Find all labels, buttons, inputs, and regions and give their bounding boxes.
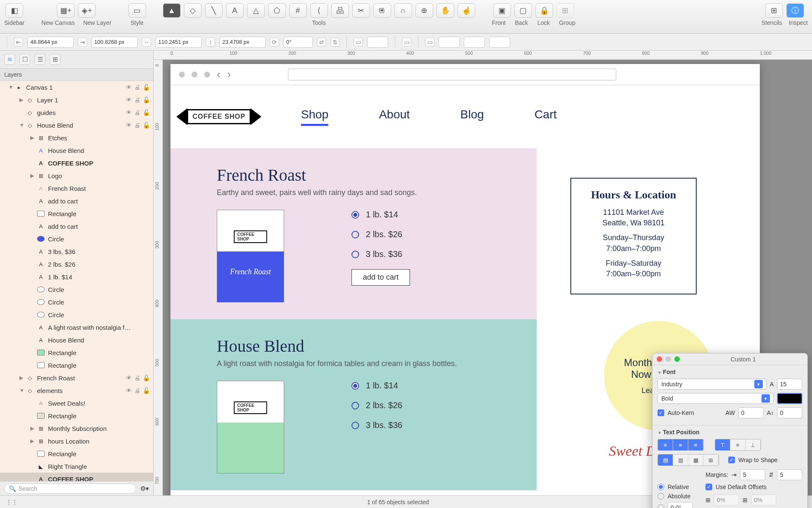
tool-select[interactable]: ▲ [163,3,181,18]
print-icon[interactable]: 🖨 [134,387,140,394]
absolute-radio[interactable] [658,493,664,500]
shadow-select[interactable] [439,37,460,48]
layer-row[interactable]: ASweet Deals! [0,397,153,409]
lock-button[interactable]: 🔒 [535,3,553,18]
tool-grid[interactable]: # [289,3,307,18]
valign-top-icon[interactable]: ⊤ [715,439,730,450]
font-family-select[interactable]: Industry▾ [658,379,767,390]
layer-row[interactable]: A3 lbs. $36 [0,245,153,258]
print-icon[interactable]: 🖨 [134,109,140,116]
relative-radio[interactable] [658,484,664,490]
lock-icon[interactable]: 🔓 [143,109,150,116]
close-icon[interactable] [657,356,662,362]
layer-row[interactable]: ACOFFEE SHOP [0,473,153,481]
disclosure-icon[interactable]: ▶ [30,425,36,431]
stencils-button[interactable]: ⊞ [765,3,783,18]
wrap-segment[interactable]: ▤ ▥ ▦ ⊞ [658,454,719,466]
w-input[interactable]: 110.2451 px [155,37,202,48]
layer-actions[interactable]: 👁🖨🔓 [126,374,150,381]
visibility-icon[interactable]: 👁 [126,374,132,381]
front-button[interactable]: ▣ [493,3,511,18]
disclosure-icon[interactable]: ▼ [19,122,25,128]
lock-icon[interactable]: 🔓 [143,96,150,103]
disclosure-icon[interactable]: ▶ [30,438,36,444]
font-section-head[interactable]: Font [658,369,802,375]
layer-row[interactable]: AFrench Roast [0,182,153,195]
new-layer-button[interactable]: ◈+ [78,3,96,18]
align-center-icon[interactable]: ≡ [673,439,688,450]
minimize-icon[interactable] [666,356,671,362]
margin-h-input[interactable]: 5 [740,469,765,480]
stroke-icon[interactable]: ▭ [402,37,411,47]
disclosure-icon[interactable]: ▶ [19,97,25,103]
layer-row[interactable]: AHouse Blend [0,144,153,157]
kern-input[interactable]: 0 [738,407,764,418]
visibility-icon[interactable]: 👁 [126,122,132,128]
lock-icon[interactable]: 🔓 [143,84,150,91]
angle-radio[interactable] [658,504,664,508]
offset-x-input[interactable]: 0% [714,495,739,505]
disclosure-icon[interactable]: ▶ [30,173,36,179]
wrap-c-icon[interactable]: ▦ [688,455,703,465]
tab-grid-icon[interactable]: ⊞ [50,54,61,65]
tool-text[interactable]: A [226,3,244,18]
layer-row[interactable]: Aadd to cart [0,195,153,207]
layer-row[interactable]: Rectangle [0,207,153,220]
tab-list-icon[interactable]: ☰ [35,54,45,65]
print-icon[interactable]: 🖨 [134,96,140,103]
valign-bot-icon[interactable]: ⊥ [745,439,761,450]
layer-row[interactable]: A1 lb. $14 [0,270,153,283]
rotation-input[interactable]: 0° [283,37,313,48]
layer-row[interactable]: Circle [0,308,153,321]
style-button[interactable]: ▭ [128,3,146,18]
align-right-icon[interactable]: ≡ [688,439,703,450]
canvas-grip-icon[interactable]: ⋮⋮ [6,499,18,505]
print-icon[interactable]: 🖨 [134,122,140,128]
layer-row[interactable]: ▼◇elements👁🖨🔓 [0,384,153,397]
tool-b[interactable]: 品 [331,3,349,18]
layer-row[interactable]: Circle [0,283,153,296]
layer-row[interactable]: Rectangle [0,359,153,372]
zoom-icon[interactable] [674,356,680,362]
disclosure-icon[interactable]: ▼ [8,84,14,90]
layer-row[interactable]: AA light roast with nostalgia f… [0,321,153,334]
shape-select[interactable] [464,37,485,48]
wrap-b-icon[interactable]: ▥ [673,455,688,465]
tool-d[interactable]: ֎ [373,3,391,18]
fill-select[interactable] [367,37,388,48]
layer-row[interactable]: Aadd to cart [0,220,153,233]
new-canvas-button[interactable]: ▦+ [57,3,75,18]
h-input[interactable]: 23.4708 px [219,37,266,48]
sidebar-gear-icon[interactable]: ⚙▾ [140,485,149,492]
defaults-checkbox[interactable]: ✓ [706,484,712,490]
layer-row[interactable]: ▼◇House Blend👁🖨🔓 [0,119,153,131]
layer-row[interactable]: ◣Right Triangle [0,460,153,473]
layer-row[interactable]: ▶⊞hours Location [0,435,153,447]
visibility-icon[interactable]: 👁 [126,96,132,103]
textpos-section-head[interactable]: Text Position [658,429,802,436]
fill-icon[interactable]: ▭ [354,37,363,47]
lock-icon[interactable]: 🔓 [143,387,150,394]
align-left-icon[interactable]: ≡ [658,439,673,450]
font-weight-select[interactable]: Bold▾ [658,393,774,404]
print-icon[interactable]: 🖨 [134,84,140,91]
inspect-button[interactable]: ⓘ [786,3,804,18]
font-color-swatch[interactable] [777,393,802,404]
x-input[interactable]: 48.8644 px [27,37,74,48]
layer-row[interactable]: Rectangle [0,346,153,359]
visibility-icon[interactable]: 👁 [126,84,132,91]
flip-h-button[interactable]: ⇄ [317,37,326,47]
flip-v-button[interactable]: ⇅ [330,37,340,47]
tool-c[interactable]: ✂ [352,3,370,18]
layer-row[interactable]: ▶⊞Etches [0,131,153,144]
visibility-icon[interactable]: 👁 [126,109,132,116]
font-panel[interactable]: Custom 1 Font Industry▾ A 15 Bold▾ ✓Auto… [652,353,808,508]
tool-magnet[interactable]: ∩ [394,3,412,18]
tool-shape[interactable]: ◇ [184,3,202,18]
layer-actions[interactable]: 👁🖨🔓 [126,122,150,128]
lock-icon[interactable]: 🔓 [143,374,150,381]
misc-select[interactable] [489,37,510,48]
layer-tree[interactable]: ▼▸Canvas 1👁🖨🔓▶◇Layer 1👁🖨🔓◇guides👁🖨🔓▼◇Hou… [0,81,153,481]
autokern-checkbox[interactable]: ✓ [658,409,664,416]
layer-row[interactable]: ▶⊞Logo [0,169,153,182]
